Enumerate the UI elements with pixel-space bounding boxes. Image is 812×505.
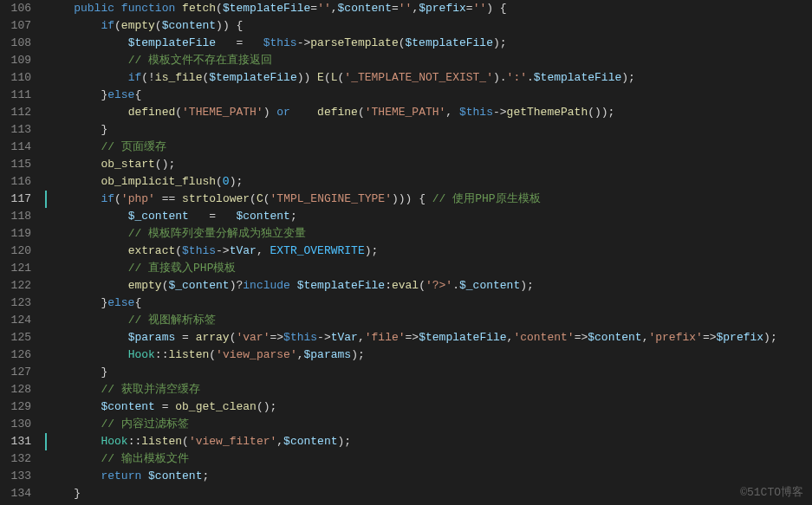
code-line[interactable]: empty($_content)?include $templateFile:e… [47,277,812,295]
code-line[interactable]: // 视图解析标签 [47,312,812,329]
line-number: 125 [0,329,31,346]
line-number: 114 [0,139,31,156]
line-number: 110 [0,69,31,87]
code-line[interactable]: // 模板阵列变量分解成为独立变量 [47,225,812,243]
line-number: 120 [0,243,31,260]
line-number: 129 [0,398,31,416]
line-number: 132 [0,450,31,468]
code-line[interactable]: if(!is_file($templateFile)) E(L('_TEMPLA… [47,69,812,87]
code-line[interactable]: }else{ [47,87,812,104]
line-number: 133 [0,468,31,485]
code-line[interactable]: // 内容过滤标签 [47,416,812,433]
code-line[interactable]: extract($this->tVar, EXTR_OVERWRITE); [47,243,812,260]
line-number: 113 [0,121,31,139]
code-line[interactable]: // 模板文件不存在直接返回 [47,52,812,69]
code-line[interactable]: if('php' == strtolower(C('TMPL_ENGINE_TY… [47,191,812,208]
code-line[interactable]: } [47,485,812,502]
line-number: 121 [0,260,31,277]
line-number: 126 [0,346,31,364]
code-editor[interactable]: 1061071081091101111121131141151161171181… [0,0,812,505]
line-number: 111 [0,87,31,104]
line-number: 124 [0,312,31,329]
code-line[interactable]: public function fetch($templateFile='',$… [47,0,812,17]
code-line[interactable]: $templateFile = $this->parseTemplate($te… [47,35,812,52]
line-number: 107 [0,17,31,35]
code-area[interactable]: public function fetch($templateFile='',$… [43,0,812,505]
code-line[interactable]: // 输出模板文件 [47,450,812,468]
code-line[interactable]: } [47,121,812,139]
code-line[interactable]: // 直接载入PHP模板 [47,260,812,277]
code-line[interactable]: if(empty($content)) { [47,17,812,35]
code-line[interactable]: Hook::listen('view_parse',$params); [47,346,812,364]
line-number: 122 [0,277,31,295]
line-number: 117 [0,191,31,208]
code-line[interactable]: $content = ob_get_clean(); [47,398,812,416]
line-number: 130 [0,416,31,433]
watermark: ©51CTO博客 [740,484,803,502]
line-number: 106 [0,0,31,17]
line-number: 127 [0,364,31,381]
line-number: 116 [0,173,31,191]
line-number: 118 [0,208,31,225]
code-line[interactable]: // 页面缓存 [47,139,812,156]
code-line[interactable]: ob_implicit_flush(0); [47,173,812,191]
line-number: 109 [0,52,31,69]
line-number: 119 [0,225,31,243]
line-number: 123 [0,295,31,312]
code-line[interactable]: Hook::listen('view_filter',$content); [47,433,812,450]
code-line[interactable]: ob_start(); [47,156,812,173]
line-number-gutter: 1061071081091101111121131141151161171181… [0,0,43,505]
line-number: 131 [0,433,31,450]
code-line[interactable]: return $content; [47,468,812,485]
code-line[interactable]: $params = array('var'=>$this->tVar,'file… [47,329,812,346]
code-line[interactable]: // 获取并清空缓存 [47,381,812,398]
code-line[interactable]: defined('THEME_PATH') or define('THEME_P… [47,104,812,121]
line-number: 112 [0,104,31,121]
code-line[interactable]: } [47,364,812,381]
code-line[interactable]: $_content = $content; [47,208,812,225]
line-number: 128 [0,381,31,398]
code-line[interactable]: }else{ [47,295,812,312]
line-number: 108 [0,35,31,52]
line-number: 134 [0,485,31,502]
line-number: 115 [0,156,31,173]
